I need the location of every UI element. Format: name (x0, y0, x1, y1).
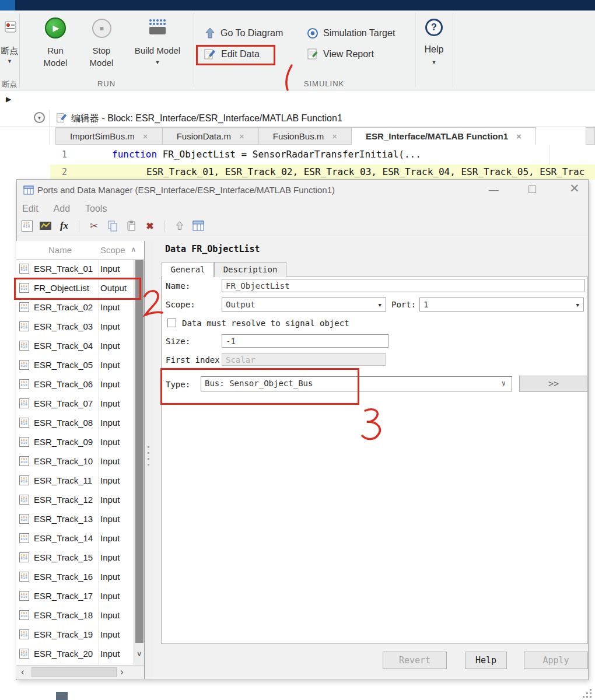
tab-label: ESR_Interface/MATLAB Function1 (366, 131, 508, 141)
resolve-checkbox[interactable] (167, 318, 176, 327)
scope-dropdown[interactable]: Output ▼ (222, 298, 386, 312)
run-model-button[interactable]: ▶ Run Model (35, 15, 76, 80)
cut-icon[interactable]: ✂ (87, 219, 101, 233)
type-expand-button[interactable]: >> (519, 376, 588, 392)
panel-splitter[interactable] (144, 241, 153, 679)
editor-tab-importsimbus-m[interactable]: ImportSimBus.m× (55, 127, 163, 145)
chevron-down-icon[interactable]: ▼ (0, 58, 19, 64)
scroll-down-icon[interactable]: ∨ (136, 649, 142, 658)
stop-model-button[interactable]: ■ Stop Model (83, 15, 120, 80)
column-header-scope[interactable]: Scope (100, 245, 125, 255)
breakpoint-list-icon[interactable] (4, 20, 18, 34)
add-signal-icon[interactable] (38, 219, 52, 233)
list-horizontal-scrollbar[interactable]: ‹ › (16, 665, 144, 679)
help-icon: ? (425, 19, 443, 36)
row-scope: Input (100, 514, 120, 524)
copy-icon[interactable] (106, 219, 120, 233)
maximize-button[interactable]: □ (528, 182, 536, 196)
toolbar-divider (17, 236, 588, 236)
line-number: 1 (50, 149, 75, 160)
data-row-esr_track_12[interactable]: 101010ESR_Track_12Input (16, 491, 134, 510)
minimize-button[interactable]: — (489, 184, 499, 196)
apply-button[interactable]: Apply (524, 652, 588, 669)
editor-tab-fusiondata-m[interactable]: FusionData.m× (163, 127, 259, 145)
tab-close-icon[interactable]: × (239, 131, 244, 141)
tab-overflow-fragment[interactable] (586, 127, 595, 145)
function-icon[interactable]: fx (57, 219, 71, 233)
data-row-esr_track_09[interactable]: 101010ESR_Track_09Input (16, 433, 134, 452)
data-row-esr_track_15[interactable]: 101010ESR_Track_15Input (16, 548, 134, 568)
breakpoint-label[interactable]: 断点 (0, 46, 19, 57)
data-row-fr_objectlist[interactable]: 101010FR_ObjectListOutput (16, 279, 134, 298)
column-header-name[interactable]: Name (28, 245, 92, 255)
data-type-icon: 101010 (19, 283, 29, 293)
row-name: ESR_Track_16 (34, 572, 93, 582)
edit-data-button[interactable]: Edit Data (201, 47, 276, 63)
promote-dialog-icon[interactable] (191, 219, 205, 233)
data-type-icon: 101010 (19, 533, 29, 543)
keyword: function (112, 149, 157, 160)
data-row-esr_track_14[interactable]: 101010ESR_Track_14Input (16, 529, 134, 548)
data-row-esr_track_07[interactable]: 101010ESR_Track_07Input (16, 394, 134, 414)
expander-icon[interactable]: ▶ (6, 95, 11, 103)
new-data-icon[interactable]: 101010 (20, 219, 34, 233)
tab-close-icon[interactable]: × (516, 131, 522, 141)
revert-button[interactable]: Revert (383, 652, 447, 669)
data-row-esr_track_17[interactable]: 101010ESR_Track_17Input (16, 587, 134, 606)
size-field[interactable]: -1 (222, 334, 388, 348)
editor-tab-fusionbus-m[interactable]: FusionBus.m× (259, 127, 352, 145)
tab-general[interactable]: General (162, 262, 214, 277)
simulation-target-icon (306, 27, 319, 40)
data-row-esr_track_08[interactable]: 101010ESR_Track_08Input (16, 414, 134, 433)
dialog-menubar: EditAddTools (22, 204, 122, 214)
simulation-target-button[interactable]: Simulation Target (303, 26, 414, 42)
scrollbar-thumb[interactable] (32, 667, 117, 677)
sort-ascending-icon[interactable]: ∧ (131, 245, 136, 254)
tab-description[interactable]: Description (214, 262, 286, 277)
build-model-button[interactable]: Build Model ▼ (125, 15, 190, 80)
resize-grip[interactable] (583, 689, 593, 699)
menu-tools[interactable]: Tools (85, 204, 107, 214)
data-row-esr_track_13[interactable]: 101010ESR_Track_13Input (16, 510, 134, 529)
close-button[interactable]: ✕ (569, 181, 580, 195)
help-button-dialog[interactable]: Help (465, 652, 507, 669)
data-row-esr_track_04[interactable]: 101010ESR_Track_04Input (16, 337, 134, 356)
data-row-esr_track_16[interactable]: 101010ESR_Track_16Input (16, 568, 134, 587)
row-name: ESR_Track_11 (34, 475, 92, 485)
data-row-esr_track_03[interactable]: 101010ESR_Track_03Input (16, 317, 134, 337)
tab-close-icon[interactable]: × (143, 131, 148, 141)
data-row-esr_track_11[interactable]: 101010ESR_Track_11Input (16, 471, 134, 491)
menu-add[interactable]: Add (54, 204, 70, 214)
data-row-esr_track_05[interactable]: 101010ESR_Track_05Input (16, 356, 134, 375)
data-row-esr_track_06[interactable]: 101010ESR_Track_06Input (16, 375, 134, 394)
name-field[interactable]: FR_ObjectList (222, 279, 584, 292)
collapse-circle-icon[interactable]: ▼ (34, 112, 45, 123)
editor-tab-esr-interface-matlab-function1[interactable]: ESR_Interface/MATLAB Function1× (352, 127, 536, 145)
go-to-diagram-button[interactable]: Go To Diagram (201, 26, 300, 42)
data-row-esr_track_01[interactable]: 101010ESR_Track_01Input (16, 260, 134, 279)
row-name: ESR_Track_20 (34, 649, 93, 659)
data-row-esr_track_10[interactable]: 101010ESR_Track_10Input (16, 452, 134, 471)
tab-close-icon[interactable]: × (332, 131, 337, 141)
help-button[interactable]: ? Help ▼ (416, 16, 452, 80)
data-row-esr_track_20[interactable]: 101010ESR_Track_20Input (16, 645, 134, 664)
detail-heading: Data FR_ObjectList (165, 244, 260, 254)
paste-icon[interactable] (124, 219, 138, 233)
code-area[interactable]: 1 function FR_ObjectList = SensorRadarTr… (0, 145, 595, 180)
port-dropdown[interactable]: 1 ▼ (419, 298, 584, 312)
data-row-esr_track_02[interactable]: 101010ESR_Track_02Input (16, 298, 134, 317)
view-report-button[interactable]: View Report (303, 47, 397, 63)
data-row-esr_track_18[interactable]: 101010ESR_Track_18Input (16, 606, 134, 625)
data-row-esr_track_19[interactable]: 101010ESR_Track_19Input (16, 625, 134, 645)
type-combobox[interactable]: Bus: Sensor_Object_Bus ∨ (201, 376, 512, 391)
menu-edit[interactable]: Edit (22, 204, 38, 214)
editor-doc-icon (56, 112, 68, 124)
row-name: ESR_Track_17 (34, 591, 93, 601)
scroll-left-icon[interactable]: ‹ (21, 666, 24, 678)
move-up-icon[interactable] (173, 219, 187, 233)
edit-data-label: Edit Data (221, 49, 260, 60)
scrollbar-thumb[interactable] (135, 260, 144, 643)
list-vertical-scrollbar[interactable]: ∨ (134, 260, 144, 665)
scroll-right-icon[interactable]: › (120, 666, 124, 678)
delete-icon[interactable]: ✖ (143, 219, 157, 233)
